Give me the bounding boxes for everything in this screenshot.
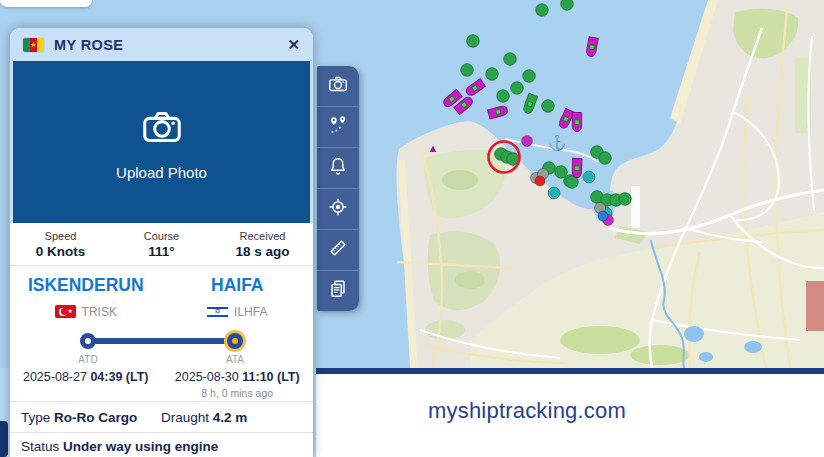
- cutoff-top-widget: [0, 0, 92, 7]
- notes-tool-button[interactable]: [317, 271, 359, 311]
- draught-label: Draught: [161, 410, 209, 425]
- map-toolbar: [317, 66, 359, 311]
- destination-port-code: ILHFA: [234, 305, 267, 319]
- atd-datetime: 2025-08-27 04:39 (LT): [10, 370, 162, 384]
- upload-photo-label: Upload Photo: [116, 164, 207, 181]
- vessel-dot-green[interactable]: [542, 100, 554, 112]
- locate-tool-button[interactable]: [317, 189, 359, 230]
- vessel-dot-magenta[interactable]: [522, 136, 533, 147]
- ata-label: ATA: [215, 354, 255, 365]
- camera-tool-button[interactable]: [317, 66, 359, 107]
- documents-icon: [327, 278, 349, 304]
- measure-tool-button[interactable]: [317, 230, 359, 271]
- status-row: Status Under way using engine: [10, 432, 313, 457]
- departure-dot: [80, 333, 96, 349]
- vessel-dot-green[interactable]: [486, 68, 498, 80]
- vegetation: [442, 170, 478, 190]
- footer: myshiptracking.com: [316, 374, 824, 457]
- received-label: Received: [212, 230, 313, 242]
- pond: [744, 341, 762, 353]
- close-icon[interactable]: ✕: [287, 37, 300, 52]
- vessel-dot-teal[interactable]: [583, 171, 595, 183]
- park: [630, 345, 690, 365]
- panel-header: ★ MY ROSE ✕: [10, 28, 313, 61]
- industrial-block: [806, 281, 824, 331]
- arrival-dot: [227, 333, 243, 349]
- bell-icon: [327, 155, 349, 181]
- alerts-tool-button[interactable]: [317, 148, 359, 189]
- type-label: Type: [21, 410, 50, 425]
- speed-value: 0 Knots: [10, 244, 111, 259]
- vessel-dot-green[interactable]: [461, 64, 473, 76]
- camera-icon: [327, 73, 349, 99]
- type-value: Ro-Ro Cargo: [54, 410, 137, 425]
- vessel-dot-green[interactable]: [467, 35, 479, 47]
- vessel-dot-green[interactable]: [511, 82, 523, 94]
- vessel-dot-green[interactable]: [536, 4, 548, 16]
- vessel-ship-marker[interactable]: [572, 113, 581, 132]
- star-icon: ★: [68, 308, 73, 314]
- park: [560, 326, 640, 354]
- stats-row: Speed 0 Knots Course 111° Received 18 s …: [10, 223, 313, 266]
- atd-label: ATD: [68, 354, 108, 365]
- type-draught-row: Type Ro-Ro Cargo Draught 4.2 m: [10, 401, 313, 432]
- origin-port-link[interactable]: ISKENDERUN: [28, 275, 144, 295]
- upload-photo-area[interactable]: Upload Photo: [13, 61, 310, 223]
- port-anchor-icon[interactable]: ⚓: [548, 134, 567, 152]
- destination-port-link[interactable]: HAIFA: [211, 275, 264, 295]
- arrival-ago: 8 h, 0 mins ago: [162, 387, 314, 399]
- vessel-dot-green[interactable]: [504, 53, 516, 65]
- draught-value: 4.2 m: [213, 410, 248, 425]
- route-tool-button[interactable]: [317, 107, 359, 148]
- vessel-dot-green[interactable]: [561, 0, 573, 10]
- route-waypoints-icon: [327, 114, 349, 140]
- status-value: Under way using engine: [63, 439, 218, 454]
- cameroon-flag-icon: ★: [23, 38, 44, 52]
- vessel-dot-green[interactable]: [523, 70, 535, 82]
- star-icon: ★: [30, 41, 36, 48]
- route-section: ISKENDERUN HAIFA ★ TRISK ✡ ILHFA ATD: [10, 266, 313, 401]
- voyage-timeline: [10, 328, 313, 354]
- vessel-dot-teal[interactable]: [548, 187, 560, 199]
- pier: [631, 186, 640, 228]
- cutoff-corner-widget: [0, 421, 8, 457]
- received-value: 18 s ago: [212, 244, 313, 259]
- course-label: Course: [111, 230, 212, 242]
- israel-flag-icon: ✡: [207, 305, 228, 318]
- vessel-dot-red[interactable]: [535, 176, 545, 186]
- app-window: ⚓▲ myshiptracking.com: [0, 0, 824, 457]
- vegetation: [455, 271, 485, 289]
- status-label: Status: [21, 439, 59, 454]
- locate-icon: [327, 196, 349, 222]
- vessel-dot-blue[interactable]: [598, 211, 608, 221]
- brand-text: myshiptracking.com: [428, 398, 626, 424]
- vessel-info-panel: ★ MY ROSE ✕ Upload Photo Speed 0 Knots C…: [10, 28, 313, 457]
- camera-icon: [131, 104, 193, 154]
- vessel-dot-green[interactable]: [619, 193, 631, 205]
- turkey-flag-icon: ★: [55, 305, 76, 318]
- vessel-name: MY ROSE: [54, 37, 123, 53]
- vessel-dot-green[interactable]: [497, 90, 509, 102]
- ata-datetime: 2025-08-30 11:10 (LT): [162, 370, 314, 384]
- origin-port-code: TRISK: [82, 305, 117, 319]
- pond: [699, 352, 713, 362]
- nav-aid-triangle-icon[interactable]: ▲: [428, 142, 439, 154]
- vessel-dot-green[interactable]: [599, 152, 611, 164]
- pond: [684, 326, 704, 342]
- speed-label: Speed: [10, 230, 111, 242]
- course-value: 111°: [111, 244, 212, 259]
- vessel-ship-marker[interactable]: [572, 158, 582, 177]
- timeline-line: [88, 338, 235, 344]
- ruler-icon: [327, 237, 349, 263]
